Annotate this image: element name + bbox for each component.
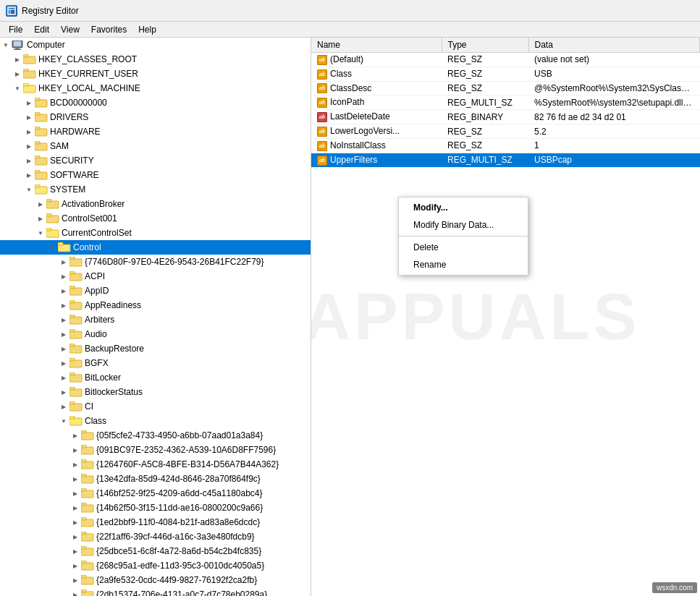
expand-icon[interactable]	[12, 68, 23, 80]
tree-node-cls10[interactable]: {268c95a1-edfe-11d3-95c3-0010dc4050a5}	[0, 558, 311, 573]
expand-icon[interactable]	[69, 516, 81, 528]
expand-icon[interactable]	[35, 213, 46, 224]
expand-icon[interactable]	[58, 372, 69, 383]
col-name[interactable]: Name	[311, 38, 442, 53]
tree-node-appid[interactable]: AppID	[0, 284, 311, 298]
expand-icon[interactable]	[35, 198, 46, 210]
tree-node-sam[interactable]: SAM	[0, 139, 311, 153]
table-row[interactable]: abIconPathREG_MULTI_SZ%SystemRoot%\syste…	[311, 95, 700, 110]
table-row[interactable]: abLastDeleteDateREG_BINARY82 76 fd ae d2…	[311, 110, 700, 124]
tree-panel[interactable]: Computer HKEY_CLASSES_ROOT HKEY_CURRENT_…	[0, 38, 311, 596]
table-row[interactable]: abClassREG_SZUSB	[311, 67, 700, 81]
menu-item-edit[interactable]: Edit	[28, 23, 55, 36]
tree-node-cls8[interactable]: {22f1aff6-39cf-446d-a16c-3a3e480fdcb9}	[0, 529, 311, 544]
tree-node-currentcontrolset[interactable]: CurrentControlSet	[0, 226, 311, 240]
expand-icon[interactable]	[12, 82, 23, 94]
tree-node-cls5[interactable]: {146bf252-9f25-4209-a6dd-c45a1180abc4}	[0, 486, 311, 501]
tree-node-backuprestore[interactable]: BackupRestore	[0, 341, 311, 356]
menu-item-file[interactable]: File	[3, 23, 28, 36]
tree-node-software[interactable]: SOFTWARE	[0, 168, 311, 182]
menu-item-favorites[interactable]: Favorites	[85, 23, 132, 36]
context-menu-item[interactable]: Modify Binary Data...	[399, 216, 528, 234]
expand-icon[interactable]	[23, 97, 35, 108]
tree-node-cls7[interactable]: {1ed2bbf9-11f0-4084-b21f-ad83a8e6dcdc}	[0, 515, 311, 529]
tree-node-arbiters[interactable]: Arbiters	[0, 312, 311, 327]
table-row[interactable]: abClassDescREG_SZ@%SystemRoot%\System32\…	[311, 81, 700, 95]
expand-icon[interactable]	[58, 343, 69, 354]
table-row[interactable]: abLowerLogoVersi...REG_SZ5.2	[311, 124, 700, 139]
tree-node-guid1[interactable]: {7746D80F-97E0-4E26-9543-26B41FC22F79}	[0, 255, 311, 269]
tree-node-cls3[interactable]: {1264760F-A5C8-4BFE-B314-D56A7B44A362}	[0, 457, 311, 472]
expand-icon[interactable]	[35, 227, 46, 239]
tree-node-system[interactable]: SYSTEM	[0, 182, 311, 197]
expand-icon[interactable]	[23, 111, 35, 123]
expand-icon[interactable]	[58, 401, 69, 412]
expand-icon[interactable]	[69, 531, 81, 542]
tree-node-controlset001[interactable]: ControlSet001	[0, 211, 311, 226]
tree-node-cls9[interactable]: {25dbce51-6c8f-4a72-8a6d-b54c2b4fc835}	[0, 544, 311, 558]
tree-node-hkcu[interactable]: HKEY_CURRENT_USER	[0, 67, 311, 81]
expand-icon[interactable]	[69, 589, 81, 596]
expand-icon[interactable]	[12, 54, 23, 65]
tree-node-acpi[interactable]: ACPI	[0, 269, 311, 284]
expand-icon[interactable]	[0, 39, 12, 51]
context-menu-item[interactable]: Modify...	[399, 199, 528, 216]
tree-node-bgfx[interactable]: BGFX	[0, 356, 311, 370]
tree-node-cls12[interactable]: {2db15374-706e-4131-a0c7-d7c78eb0289a}	[0, 587, 311, 596]
menu-item-help[interactable]: Help	[132, 23, 162, 36]
tree-node-control[interactable]: Control	[0, 240, 311, 255]
tree-node-bitlockerstatus[interactable]: BitlockerStatus	[0, 385, 311, 399]
expand-icon[interactable]	[69, 502, 81, 514]
tree-node-audio[interactable]: Audio	[0, 327, 311, 341]
tree-node-hkcr[interactable]: HKEY_CLASSES_ROOT	[0, 52, 311, 67]
tree-node-class[interactable]: Class	[0, 414, 311, 428]
right-panel[interactable]: APPUALS Name Type Data ab(Default)REG_SZ…	[311, 38, 700, 596]
expand-icon[interactable]	[69, 488, 81, 499]
expand-icon[interactable]	[69, 545, 81, 557]
menu-item-view[interactable]: View	[55, 23, 85, 36]
tree-node-cls4[interactable]: {13e42dfa-85d9-424d-8646-28a70f864f9c}	[0, 472, 311, 486]
expand-icon[interactable]	[69, 444, 81, 456]
tree-node-hklm[interactable]: HKEY_LOCAL_MACHINE	[0, 81, 311, 95]
expand-icon[interactable]	[69, 430, 81, 441]
expand-icon[interactable]	[69, 574, 81, 586]
tree-node-computer[interactable]: Computer	[0, 38, 311, 52]
tree-node-ci[interactable]: CI	[0, 399, 311, 414]
expand-icon[interactable]	[23, 169, 35, 181]
expand-icon[interactable]	[23, 155, 35, 166]
table-row[interactable]: ab(Default)REG_SZ(value not set)	[311, 53, 700, 67]
col-data[interactable]: Data	[528, 38, 700, 53]
tree-node-cls6[interactable]: {14b62f50-3f15-11dd-ae16-0800200c9a66}	[0, 501, 311, 515]
context-menu-item[interactable]: Delete	[399, 239, 528, 256]
table-row[interactable]: abNoInstallClassREG_SZ1	[311, 138, 700, 153]
expand-icon[interactable]	[58, 357, 69, 369]
expand-icon[interactable]	[58, 314, 69, 325]
expand-icon[interactable]	[58, 256, 69, 268]
expand-icon[interactable]	[23, 184, 35, 195]
tree-node-bcd[interactable]: BCD00000000	[0, 95, 311, 110]
tree-node-cls11[interactable]: {2a9fe532-0cdc-44f9-9827-76192f2ca2fb}	[0, 573, 311, 587]
expand-icon[interactable]	[23, 126, 35, 137]
tree-node-drivers[interactable]: DRIVERS	[0, 110, 311, 124]
tree-node-activationbroker[interactable]: ActivationBroker	[0, 197, 311, 211]
expand-icon[interactable]	[46, 242, 58, 253]
table-row[interactable]: abUpperFiltersREG_MULTI_SZUSBPcap	[311, 153, 700, 167]
expand-icon[interactable]	[23, 140, 35, 152]
context-menu-item[interactable]: Rename	[399, 256, 528, 273]
tree-node-hardware[interactable]: HARDWARE	[0, 124, 311, 139]
expand-icon[interactable]	[58, 328, 69, 340]
expand-icon[interactable]	[69, 473, 81, 485]
tree-node-bitlocker[interactable]: BitLocker	[0, 370, 311, 385]
tree-node-appreadiness[interactable]: AppReadiness	[0, 298, 311, 312]
col-type[interactable]: Type	[442, 38, 528, 53]
tree-node-cls1[interactable]: {05f5cfe2-4733-4950-a6bb-07aad01a3a84}	[0, 428, 311, 443]
expand-icon[interactable]	[58, 299, 69, 311]
expand-icon[interactable]	[69, 560, 81, 571]
expand-icon[interactable]	[58, 271, 69, 282]
expand-icon[interactable]	[58, 415, 69, 427]
expand-icon[interactable]	[58, 386, 69, 398]
tree-node-security[interactable]: SECURITY	[0, 153, 311, 168]
expand-icon[interactable]	[58, 285, 69, 297]
tree-node-cls2[interactable]: {091BC97E-2352-4362-A539-10A6D8FF7596}	[0, 443, 311, 457]
expand-icon[interactable]	[69, 459, 81, 470]
